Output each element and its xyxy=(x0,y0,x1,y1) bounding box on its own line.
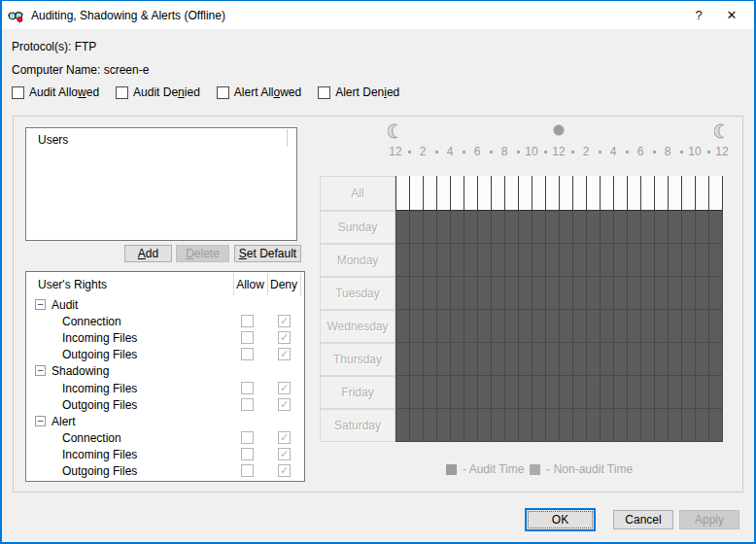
allow-checkbox[interactable] xyxy=(241,348,254,360)
deny-checkbox[interactable]: ✓ xyxy=(278,448,291,460)
hour-label[interactable]: 4 xyxy=(436,145,464,158)
schedule-day-button[interactable]: Saturday xyxy=(320,409,395,442)
checkbox-box[interactable] xyxy=(217,86,229,99)
checkbox-label: Alert Allowed xyxy=(234,85,301,99)
filter-checkbox[interactable]: Audit Allowed xyxy=(12,85,99,99)
legend-label: - Non-audit Time xyxy=(546,462,633,476)
header-divider xyxy=(267,273,268,295)
schedule-day-button[interactable]: Sunday xyxy=(320,211,395,244)
hour-label[interactable]: 6 xyxy=(464,145,491,158)
checkbox-box[interactable] xyxy=(318,86,330,99)
rights-row[interactable]: −Audit xyxy=(26,296,304,313)
window-title: Auditing, Shadowing & Alerts (Offline) xyxy=(31,9,682,22)
allow-checkbox[interactable] xyxy=(241,431,254,444)
hour-label[interactable]: 4 xyxy=(600,145,627,158)
hour-label[interactable]: 12 xyxy=(545,145,572,158)
close-button[interactable]: ✕ xyxy=(715,1,748,29)
allow-checkbox[interactable] xyxy=(241,448,254,460)
hour-label[interactable]: 12 xyxy=(382,145,409,158)
add-button[interactable]: Add xyxy=(124,245,172,262)
rights-panel: User's Rights Allow Deny −AuditConnectio… xyxy=(25,271,305,482)
deny-checkbox[interactable]: ✓ xyxy=(278,331,291,344)
hour-label[interactable]: 8 xyxy=(654,145,681,158)
schedule-day-button[interactable]: Tuesday xyxy=(320,277,395,310)
legend-swatch xyxy=(530,464,540,475)
deny-checkbox[interactable]: ✓ xyxy=(278,348,291,360)
rights-label: Incoming Files xyxy=(62,331,137,345)
schedule-day-button[interactable]: Wednesday xyxy=(320,310,395,343)
hour-label[interactable]: 6 xyxy=(627,145,654,158)
schedule-grid-row[interactable] xyxy=(395,343,723,376)
schedule-grid-row[interactable] xyxy=(395,176,723,211)
moon-icon xyxy=(714,123,730,139)
filter-checkbox[interactable]: Alert Denied xyxy=(318,85,399,99)
glasses-audit-icon xyxy=(8,8,23,23)
apply-button[interactable]: Apply xyxy=(679,510,739,529)
schedule-grid-row[interactable] xyxy=(395,211,723,244)
deny-checkbox[interactable]: ✓ xyxy=(278,398,291,411)
rights-header-row: User's Rights Allow Deny xyxy=(26,272,304,296)
set-default-button[interactable]: Set Default xyxy=(234,245,301,262)
hour-label[interactable]: 12 xyxy=(708,145,736,158)
schedule-grid-row[interactable] xyxy=(395,376,723,409)
rights-row[interactable]: Connection✓ xyxy=(26,430,304,447)
rights-row[interactable]: Outgoing Files✓ xyxy=(26,463,304,480)
rights-row[interactable]: −Alert xyxy=(26,413,304,429)
collapse-icon[interactable]: − xyxy=(35,365,46,376)
hour-scale: 122468101224681012 xyxy=(320,145,745,160)
ok-button[interactable]: OK xyxy=(525,508,596,531)
rights-rows: −AuditConnection✓Incoming Files✓Outgoing… xyxy=(26,296,304,480)
schedule-row: Wednesday xyxy=(320,310,723,343)
schedule-day-button[interactable]: Friday xyxy=(320,376,395,409)
schedule-grid-row[interactable] xyxy=(395,310,723,343)
legend-swatch xyxy=(446,464,457,475)
filter-checkbox[interactable]: Audit Denied xyxy=(116,85,200,99)
schedule-row: Thursday xyxy=(320,343,723,376)
hour-label[interactable]: 2 xyxy=(572,145,600,158)
rights-label: Incoming Files xyxy=(62,448,137,461)
collapse-icon[interactable]: − xyxy=(35,299,46,310)
rights-label: Connection xyxy=(62,431,121,445)
filter-checkbox[interactable]: Alert Allowed xyxy=(217,85,301,99)
deny-checkbox[interactable]: ✓ xyxy=(278,464,291,477)
deny-checkbox[interactable]: ✓ xyxy=(278,315,291,327)
cancel-button[interactable]: Cancel xyxy=(613,510,673,529)
hour-label[interactable]: 10 xyxy=(681,145,708,158)
rights-header-allow[interactable]: Allow xyxy=(233,278,267,291)
hour-label[interactable]: 2 xyxy=(409,145,436,158)
users-list[interactable]: Users xyxy=(25,127,297,241)
rights-row[interactable]: Incoming Files✓ xyxy=(26,329,304,346)
collapse-icon[interactable]: − xyxy=(35,416,46,426)
checkbox-box[interactable] xyxy=(12,86,24,99)
deny-checkbox[interactable]: ✓ xyxy=(278,382,291,394)
schedule-day-button[interactable]: All xyxy=(320,176,395,211)
hour-label[interactable]: 10 xyxy=(518,145,545,158)
schedule-grid-row[interactable] xyxy=(395,409,723,442)
moon-icon xyxy=(388,123,403,139)
checkbox-box[interactable] xyxy=(116,86,128,99)
rights-row[interactable]: Outgoing Files✓ xyxy=(26,347,304,363)
rights-header-name[interactable]: User's Rights xyxy=(38,278,107,291)
rights-header-deny[interactable]: Deny xyxy=(267,278,300,291)
allow-checkbox[interactable] xyxy=(241,315,254,327)
rights-row[interactable]: −Shadowing xyxy=(26,363,304,380)
help-button[interactable]: ? xyxy=(682,1,715,29)
rights-row[interactable]: Incoming Files✓ xyxy=(26,447,304,463)
rights-label: Alert xyxy=(52,415,76,428)
rights-row[interactable]: Outgoing Files✓ xyxy=(26,396,304,413)
allow-checkbox[interactable] xyxy=(241,398,254,411)
deny-checkbox[interactable]: ✓ xyxy=(278,431,291,444)
delete-button[interactable]: Delete xyxy=(176,245,229,262)
users-column-header[interactable]: Users xyxy=(26,128,296,148)
schedule-grid-row[interactable] xyxy=(395,277,723,310)
rights-label: Incoming Files xyxy=(62,382,137,395)
schedule-day-button[interactable]: Thursday xyxy=(320,343,395,376)
hour-label[interactable]: 8 xyxy=(491,145,518,158)
allow-checkbox[interactable] xyxy=(241,331,254,344)
allow-checkbox[interactable] xyxy=(241,382,254,394)
rights-row[interactable]: Connection✓ xyxy=(26,313,304,329)
schedule-day-button[interactable]: Monday xyxy=(320,244,395,277)
rights-row[interactable]: Incoming Files✓ xyxy=(26,380,304,396)
schedule-grid-row[interactable] xyxy=(395,244,723,277)
allow-checkbox[interactable] xyxy=(241,464,254,477)
